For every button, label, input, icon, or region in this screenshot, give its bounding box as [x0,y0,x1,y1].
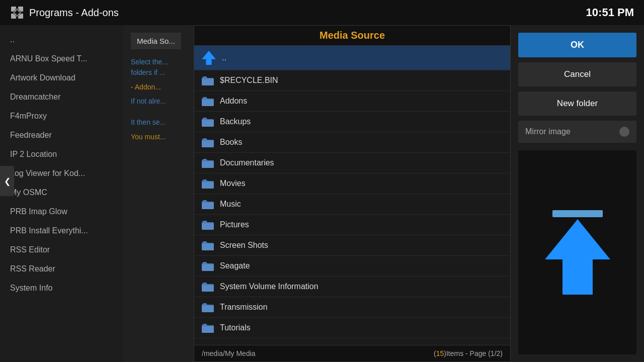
footer-path: /media/My Media [202,349,256,357]
top-bar-left: Programs - Add-ons [10,6,119,20]
folder-icon [202,137,214,147]
folder-icon [202,323,214,333]
sidebar-item-artwork[interactable]: Artwork Download [0,68,123,87]
sidebar-item-dotdot[interactable]: .. [0,30,123,49]
file-name-movies: Movies [220,179,246,188]
folder-icon [202,75,214,85]
sidebar-item-ip2[interactable]: IP 2 Location [0,145,123,164]
svg-rect-7 [15,15,19,17]
preview-arrow-icon [545,210,610,295]
sidebar-item-prbimap[interactable]: PRB Imap Glow [0,202,123,221]
folder-icon [202,282,214,292]
sidebar-item-prbinstall[interactable]: PRB Install Everythi... [0,221,123,240]
file-item-documentaries[interactable]: Documentaries [194,153,510,173]
up-arrow-icon [202,51,216,65]
page-title: Programs - Add-ons [29,7,119,19]
sidebar-item-logviewer[interactable]: Log Viewer for Kod... [0,164,123,183]
file-name-tutorials: Tutorials [220,323,251,332]
folder-icon [202,240,214,250]
file-item-seagate[interactable]: Seagate [194,256,510,277]
sidebar-item-feedreader[interactable]: Feedreader [0,126,123,145]
left-nav-arrow[interactable]: ❮ [0,166,14,196]
sidebar: .. ARNU Box Speed T... Artwork Download … [0,25,123,362]
file-name-seagate: Seagate [220,261,250,270]
media-source-dialog: Media Source .. $RECYCLE.BIN Addons [194,25,511,362]
file-item-music[interactable]: Music [194,194,510,215]
sidebar-item-dreamcatcher[interactable]: Dreamcatcher [0,87,123,107]
folder-icon [202,220,214,230]
svg-rect-6 [19,11,21,15]
ok-button[interactable]: OK [518,33,636,57]
file-name-up: .. [222,53,226,62]
folder-icon [202,199,214,209]
svg-rect-4 [15,9,19,11]
new-folder-button[interactable]: New folder [518,92,636,116]
folder-icon [202,96,214,106]
cancel-button[interactable]: Cancel [518,62,636,86]
file-name-documentaries: Documentaries [220,158,274,167]
file-item-sysvolinfo[interactable]: System Volume Information [194,277,510,297]
puzzle-icon [10,6,24,20]
sidebar-item-sysinfo[interactable]: System Info [0,279,123,298]
file-item-up[interactable]: .. [194,46,510,70]
folder-icon [202,178,214,189]
file-item-transmission[interactable]: Transmission [194,297,510,318]
file-name-transmission: Transmission [220,303,268,312]
file-name-music: Music [220,200,241,209]
file-item-backups[interactable]: Backups [194,112,510,132]
mirror-image-toggle[interactable]: Mirror image [518,121,636,143]
file-name-pictures: Pictures [220,220,249,229]
folder-icon [202,117,214,127]
right-panel: OK Cancel New folder Mirror image [511,25,644,362]
file-list[interactable]: .. $RECYCLE.BIN Addons Backups [194,46,510,345]
dialog-title: Media Source [194,26,510,46]
folder-icon [202,302,214,312]
footer-items-count: 15 [436,349,444,357]
file-name-books: Books [220,138,242,147]
top-bar: Programs - Add-ons 10:51 PM [0,0,644,25]
svg-rect-5 [13,11,15,15]
file-item-movies[interactable]: Movies [194,173,510,194]
sidebar-item-myosmc[interactable]: My OSMC [0,183,123,202]
folder-icon [202,261,214,271]
file-name-backups: Backups [220,117,251,126]
folder-icon [202,158,214,168]
footer-items-label: Items - Page (1/2) [446,349,503,357]
file-name-addons: Addons [220,97,247,106]
file-item-pictures[interactable]: Pictures [194,215,510,235]
preview-area [518,150,636,354]
file-name-recycle: $RECYCLE.BIN [220,76,278,85]
footer-items: (15)Items - Page (1/2) [434,349,503,357]
file-item-addons[interactable]: Addons [194,91,510,112]
media-source-bg-label: Media So... [131,33,181,49]
file-name-screenshots: Screen Shots [220,241,268,250]
file-item-books[interactable]: Books [194,132,510,153]
clock: 10:51 PM [586,6,634,19]
file-item-recycle[interactable]: $RECYCLE.BIN [194,70,510,91]
sidebar-item-rsseditor[interactable]: RSS Editor [0,240,123,259]
mirror-image-label: Mirror image [525,127,571,136]
sidebar-item-arnu[interactable]: ARNU Box Speed T... [0,49,123,68]
dialog-footer: /media/My Media (15)Items - Page (1/2) [194,345,510,361]
mirror-toggle-indicator [619,127,629,137]
file-item-screenshots[interactable]: Screen Shots [194,235,510,256]
sidebar-item-f4m[interactable]: F4mProxy [0,107,123,126]
sidebar-item-rssreader[interactable]: RSS Reader [0,259,123,279]
file-name-sysvolinfo: System Volume Information [220,282,318,291]
file-item-tutorials[interactable]: Tutorials [194,318,510,338]
